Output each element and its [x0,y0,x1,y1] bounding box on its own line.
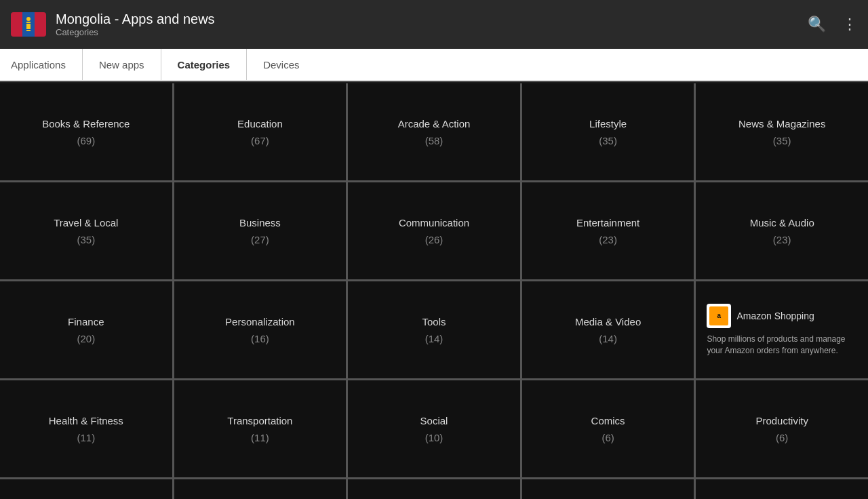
category-education[interactable]: Education (67) [174,83,347,180]
category-tools[interactable]: Tools (14) [348,281,520,378]
category-business[interactable]: Business (27) [174,182,347,279]
category-row5-2[interactable] [174,479,347,499]
ad-description: Shop millions of products and manage you… [707,334,857,357]
category-social[interactable]: Social (10) [348,380,520,477]
category-finance[interactable]: Finance (20) [0,281,172,378]
category-row5-4[interactable] [522,479,694,499]
more-menu-icon[interactable]: ⋮ [842,16,857,33]
svg-rect-0 [11,12,22,37]
categories-grid: Books & Reference (69) Education (67) Ar… [0,83,868,499]
header-left: Mongolia - Apps and news Categories [11,12,215,37]
category-lifestyle[interactable]: Lifestyle (35) [522,83,694,180]
svg-rect-2 [35,12,46,37]
category-row5-1[interactable] [0,479,172,499]
svg-rect-6 [26,30,31,31]
nav-tabs: Applications New apps Categories Devices [0,49,868,81]
category-arcade-action[interactable]: Arcade & Action (58) [348,83,520,180]
category-communication[interactable]: Communication (26) [348,182,520,279]
category-media-video[interactable]: Media & Video (14) [522,281,694,378]
category-news-magazines[interactable]: News & Magazines (35) [696,83,868,180]
category-travel-local[interactable]: Travel & Local (35) [0,182,172,279]
search-icon[interactable]: 🔍 [808,16,826,33]
tab-new-apps[interactable]: New apps [83,49,161,80]
category-books-reference[interactable]: Books & Reference (69) [0,83,172,180]
tab-applications[interactable]: Applications [5,49,83,80]
tab-categories[interactable]: Categories [161,49,248,80]
category-productivity[interactable]: Productivity (6) [696,380,868,477]
category-music-audio[interactable]: Music & Audio (23) [696,182,868,279]
ad-header: a Amazon Shopping [707,304,814,328]
category-health-fitness[interactable]: Health & Fitness (11) [0,380,172,477]
category-personalization[interactable]: Personalization (16) [174,281,347,378]
svg-rect-5 [26,24,31,29]
svg-point-3 [26,17,31,21]
header-title: Mongolia - Apps and news Categories [56,12,215,37]
header-subtitle: Categories [56,27,215,37]
ad-amazon-shopping[interactable]: a Amazon Shopping Shop millions of produ… [696,281,868,378]
category-entertainment[interactable]: Entertainment (23) [522,182,694,279]
header-right: 🔍 ⋮ [808,16,857,33]
category-row5-5[interactable] [696,479,868,499]
category-row5-3[interactable] [348,479,520,499]
ad-title: Amazon Shopping [736,311,814,321]
category-transportation[interactable]: Transportation (11) [174,380,347,477]
svg-rect-4 [26,22,31,23]
category-comics[interactable]: Comics (6) [522,380,694,477]
app-header: Mongolia - Apps and news Categories 🔍 ⋮ [0,0,868,49]
flag-icon [11,12,46,37]
amazon-logo: a [707,304,731,328]
tab-devices[interactable]: Devices [247,49,315,80]
app-name: Mongolia - Apps and news [56,12,215,27]
